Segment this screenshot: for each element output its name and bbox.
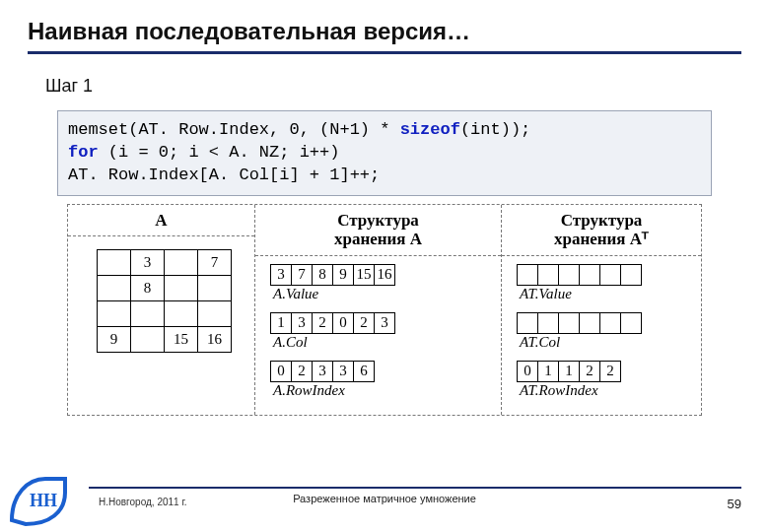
at-value-block: AT.Value <box>518 264 642 302</box>
cell: 3 <box>312 361 333 382</box>
cell: 2 <box>291 361 313 382</box>
cell: 3 <box>270 264 292 286</box>
cell: 2 <box>312 312 333 334</box>
mcell <box>130 300 165 327</box>
a-rowindex-label: A.RowIndex <box>273 382 375 399</box>
cell: 8 <box>312 264 333 286</box>
a-rowindex-block: 0 2 3 3 6 A.RowIndex <box>271 361 375 399</box>
footer-rule <box>89 487 741 489</box>
col-matrix-a: A 3 7 8 9 15 <box>68 205 255 415</box>
mcell <box>164 249 198 276</box>
code-l1b: (int)); <box>460 120 530 139</box>
cell <box>620 312 642 334</box>
cell <box>620 264 642 286</box>
cell: 16 <box>374 264 395 286</box>
head-struct-at: Структурахранения Aᵀ <box>502 205 701 256</box>
cell: 1 <box>558 361 580 382</box>
code-l2: (i = 0; i < A. NZ; i++) <box>99 143 340 162</box>
mcell <box>164 275 198 301</box>
at-col-block: AT.Col <box>518 312 642 351</box>
code-block: memset(AT. Row.Index, 0, (N+1) * sizeof(… <box>57 110 712 196</box>
cell: 6 <box>353 361 375 382</box>
cell <box>579 264 600 286</box>
mcell <box>164 300 198 327</box>
code-l1-kw: sizeof <box>400 120 460 139</box>
code-l3: AT. Row.Index[A. Col[i] + 1]++; <box>68 165 701 187</box>
a-value-label: A.Value <box>273 286 395 302</box>
footer: Н.Новгород, 2011 г. Разреженное матрично… <box>0 473 769 532</box>
code-l1a: memset(AT. Row.Index, 0, (N+1) * <box>68 120 400 139</box>
mcell <box>97 275 131 301</box>
cell: 2 <box>353 312 375 334</box>
step-label: Шаг 1 <box>45 76 741 97</box>
title-rule <box>28 51 741 54</box>
cell: 15 <box>353 264 375 286</box>
cell <box>517 312 538 334</box>
a-col-block: 1 3 2 0 2 3 A.Col <box>271 312 395 351</box>
cell: 9 <box>332 264 354 286</box>
mcell: 9 <box>97 326 131 353</box>
slide-title: Наивная последовательная версия… <box>28 18 741 45</box>
cell <box>558 312 580 334</box>
cell: 0 <box>332 312 354 334</box>
footer-center: Разреженное матричное умножение <box>293 493 476 504</box>
at-rowindex-block: 0 1 1 2 2 AT.RowIndex <box>518 361 621 399</box>
matrix-a: 3 7 8 9 15 16 <box>98 250 232 353</box>
a-col-label: A.Col <box>273 334 395 351</box>
cell <box>537 312 559 334</box>
mcell <box>197 275 232 301</box>
cell <box>599 312 621 334</box>
at-rowindex-label: AT.RowIndex <box>520 382 621 399</box>
cell <box>599 264 621 286</box>
head-struct-a: Структурахранения A <box>255 205 501 256</box>
a-value-block: 3 7 8 9 15 16 A.Value <box>271 264 395 302</box>
cell: 3 <box>374 312 395 334</box>
cell <box>579 312 600 334</box>
diagram: A 3 7 8 9 15 <box>67 204 702 416</box>
mcell: 3 <box>130 249 165 276</box>
mcell: 7 <box>197 249 232 276</box>
cell: 7 <box>291 264 313 286</box>
cell: 2 <box>579 361 600 382</box>
cell: 1 <box>270 312 292 334</box>
cell: 3 <box>332 361 354 382</box>
mcell <box>197 300 232 327</box>
mcell <box>130 326 165 353</box>
cell: 0 <box>517 361 538 382</box>
mcell <box>97 300 131 327</box>
at-col-label: AT.Col <box>520 334 642 351</box>
mcell: 15 <box>164 326 198 353</box>
cell: 3 <box>291 312 313 334</box>
logo-icon: HH <box>6 473 71 528</box>
cell <box>558 264 580 286</box>
cell <box>537 264 559 286</box>
cell: 0 <box>270 361 292 382</box>
cell: 1 <box>537 361 559 382</box>
mcell: 8 <box>130 275 165 301</box>
col-struct-a: Структурахранения A 3 7 8 9 15 16 A.Valu… <box>255 205 502 415</box>
cell: 2 <box>599 361 621 382</box>
mcell <box>97 249 131 276</box>
head-a: A <box>68 205 254 237</box>
code-l2-kw: for <box>68 143 99 162</box>
page-number: 59 <box>728 497 741 511</box>
svg-text:HH: HH <box>30 491 57 510</box>
mcell: 16 <box>197 326 232 353</box>
col-struct-at: Структурахранения Aᵀ AT.Value <box>502 205 701 415</box>
at-value-label: AT.Value <box>520 286 642 302</box>
cell <box>517 264 538 286</box>
footer-left: Н.Новгород, 2011 г. <box>99 497 187 507</box>
